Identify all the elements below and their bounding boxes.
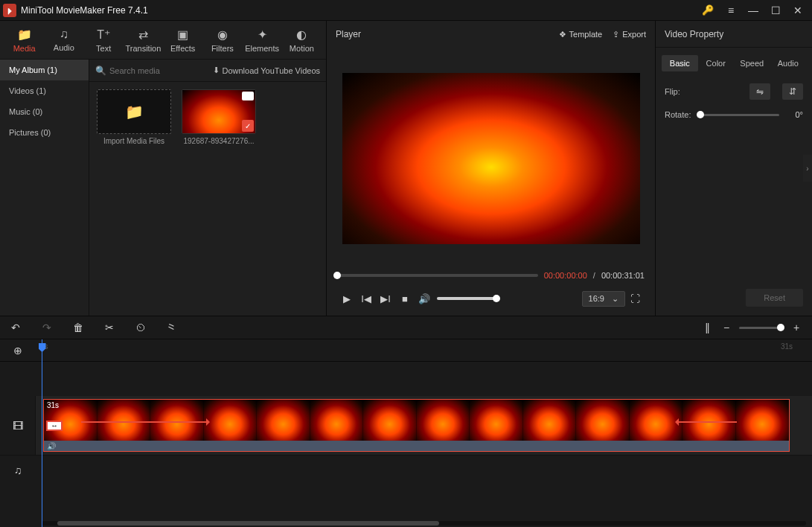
media-item[interactable]: ✓ 192687-893427276... (182, 89, 256, 145)
sidebar-item-videos[interactable]: Videos (1) (0, 80, 89, 101)
flip-horizontal-button[interactable]: ⇋ (749, 83, 770, 100)
export-button[interactable]: ⇪ Export (613, 30, 646, 39)
sidebar-item-pictures[interactable]: Pictures (0) (0, 122, 89, 143)
fit-timeline-button[interactable]: ‖ (700, 322, 714, 333)
music-icon: ♫ (60, 28, 68, 41)
effects-icon: ▣ (177, 28, 188, 42)
property-panel: Video Property Basic Color Speed Audio F… (656, 21, 812, 316)
seek-slider[interactable] (337, 274, 538, 277)
volume-slider[interactable] (437, 297, 496, 300)
minimize-button[interactable]: — (742, 0, 764, 21)
prop-tab-audio[interactable]: Audio (770, 55, 807, 71)
tab-label: Text (96, 44, 111, 53)
aspect-ratio-dropdown[interactable]: 16:9 ⌄ (582, 291, 625, 307)
rotate-slider[interactable] (700, 114, 779, 116)
annotation-arrow (677, 421, 737, 423)
download-icon: ⬇ (213, 66, 220, 75)
reset-button[interactable]: Reset (746, 289, 803, 307)
tab-transition[interactable]: ⇄ Transition (125, 28, 161, 53)
tab-text[interactable]: T⁺ Text (86, 28, 121, 53)
crop-button[interactable]: ⺀ (165, 321, 179, 334)
fullscreen-button[interactable]: ⛶ (625, 289, 645, 308)
undo-button[interactable]: ↶ (9, 322, 22, 333)
music-track-body[interactable] (36, 456, 812, 485)
redo-button[interactable]: ↷ (40, 322, 54, 333)
tab-filters[interactable]: ◉ Filters (205, 28, 240, 53)
zoom-slider[interactable] (739, 327, 784, 329)
video-track: 🎞 31s 🔊 ↔ ⇄ (0, 396, 812, 456)
tab-label: Elements (245, 44, 279, 53)
import-media-button[interactable]: 📁 Import Media Files (97, 89, 171, 145)
premium-key-icon[interactable]: 🔑 (702, 4, 714, 16)
player-title: Player (336, 29, 361, 39)
split-button[interactable]: ✂ (103, 322, 116, 333)
prop-tab-color[interactable]: Color (698, 55, 735, 71)
search-icon: 🔍 (95, 66, 106, 76)
prop-tab-speed[interactable]: Speed (734, 55, 770, 71)
chevron-down-icon: ⌄ (612, 294, 618, 304)
flip-vertical-button[interactable]: ⇵ (782, 83, 803, 100)
clip-duration-label: 31s (47, 401, 59, 409)
video-track-body[interactable]: 31s 🔊 ↔ ⇄ (36, 396, 812, 455)
export-icon: ⇪ (613, 30, 619, 39)
ruler-tick-end: 31s (781, 342, 793, 351)
zoom-in-button[interactable]: + (790, 322, 803, 333)
tab-elements[interactable]: ✦ Elements (244, 28, 280, 53)
menu-button[interactable]: ≡ (720, 0, 742, 21)
filters-icon: ◉ (217, 28, 228, 42)
search-input[interactable] (109, 66, 208, 75)
tab-media[interactable]: 📁 Media (7, 28, 42, 53)
music-track-icon: ♫ (14, 464, 22, 476)
tab-label: Effects (170, 44, 195, 53)
tab-motion[interactable]: ◐ Motion (284, 28, 319, 53)
maximize-button[interactable]: ☐ (764, 0, 787, 21)
tab-label: Transition (125, 44, 161, 53)
media-library: 🔍 ⬇ Download YouTube Videos 📁 Import Med… (89, 60, 326, 316)
zoom-out-button[interactable]: − (720, 322, 733, 333)
download-youtube-button[interactable]: ⬇ Download YouTube Videos (213, 66, 321, 75)
preview-area (327, 48, 655, 266)
delete-button[interactable]: 🗑 (71, 322, 85, 333)
clip-audio-lane: 🔊 (44, 441, 789, 451)
panel-collapse-button[interactable]: › (803, 155, 812, 182)
timeline-ruler[interactable]: 0s 31s (36, 339, 812, 361)
video-track-icon: 🎞 (13, 420, 23, 432)
tab-label: Motion (290, 44, 314, 53)
sidebar-item-music[interactable]: Music (0) (0, 101, 89, 122)
template-button[interactable]: ❖ Template (559, 30, 603, 39)
tab-effects[interactable]: ▣ Effects (165, 28, 201, 53)
title-bar: ⏵ MiniTool MovieMaker Free 7.4.1 🔑 ≡ — ☐… (0, 0, 812, 21)
tab-label: Audio (54, 43, 74, 52)
flip-label: Flip: (665, 87, 694, 96)
close-button[interactable]: ✕ (787, 0, 809, 21)
volume-button[interactable]: 🔊 (415, 289, 434, 308)
player-panel: Player ❖ Template ⇪ Export 00:00:00:00 /… (326, 21, 656, 316)
tab-audio[interactable]: ♫ Audio (46, 28, 82, 52)
play-button[interactable]: ▶ (337, 289, 357, 308)
app-logo: ⏵ (3, 4, 16, 17)
folder-icon: 📁 (17, 28, 32, 42)
next-frame-button[interactable]: ▶I (376, 289, 395, 308)
text-icon: T⁺ (97, 28, 110, 42)
add-track-button[interactable]: ⊕ (0, 345, 36, 357)
rotate-value: 0° (785, 110, 803, 119)
annotation-arrow (81, 421, 208, 423)
playhead[interactable] (42, 339, 42, 527)
sidebar-item-myalbum[interactable]: My Album (1) (0, 60, 89, 80)
album-sidebar: My Album (1) Videos (1) Music (0) Pictur… (0, 60, 89, 316)
prop-tab-basic[interactable]: Basic (662, 55, 698, 71)
timeline-scrollbar[interactable] (0, 520, 812, 527)
elements-icon: ✦ (258, 28, 267, 42)
import-label: Import Media Files (97, 137, 171, 145)
video-clip[interactable]: 31s 🔊 ↔ (43, 399, 790, 452)
tab-label: Media (13, 44, 36, 53)
timeline: ⊕ 0s 31s 🎞 31s 🔊 ↔ (0, 339, 812, 527)
clip-trim-handle[interactable]: ↔ (46, 421, 63, 431)
media-filename: 192687-893427276... (182, 137, 256, 145)
prev-frame-button[interactable]: I◀ (357, 289, 376, 308)
tab-label: Filters (211, 44, 234, 53)
speed-button[interactable]: ⏲ (134, 322, 147, 333)
video-icon (242, 92, 254, 100)
download-label: Download YouTube Videos (223, 66, 321, 75)
stop-button[interactable]: ■ (395, 289, 415, 308)
